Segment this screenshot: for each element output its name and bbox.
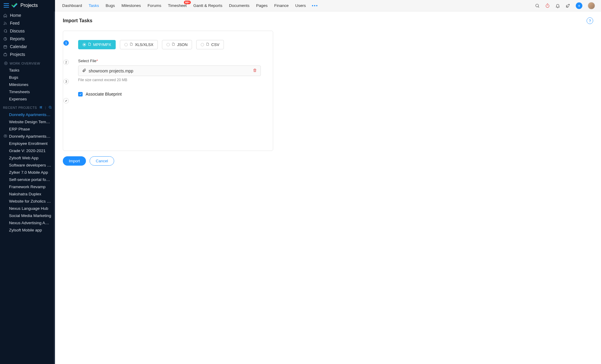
work-overview-section: WORK OVERVIEW	[0, 58, 55, 66]
radio-icon	[201, 43, 204, 46]
topnav-bugs[interactable]: Bugs	[106, 3, 115, 8]
overview-icon	[4, 61, 8, 65]
recent-project-item[interactable]: Donnelly Apartments Construction	[0, 111, 55, 118]
nav-label: Projects	[10, 52, 25, 57]
format-option-csv[interactable]: CSV	[196, 40, 224, 49]
filter-icon[interactable]	[39, 106, 43, 110]
topnav-timesheet[interactable]: Timesheet99+	[168, 3, 187, 8]
sidebar-item-tasks[interactable]: Tasks	[0, 66, 55, 74]
nav-reports[interactable]: Reports	[0, 35, 55, 43]
file-input[interactable]: showroom projects.mpp	[78, 66, 261, 76]
recent-project-item[interactable]: Zylker 7.0 Mobile App	[0, 169, 55, 176]
projects-logo-icon	[11, 2, 18, 9]
topnav-milestones[interactable]: Milestones	[121, 3, 141, 8]
nav-discuss[interactable]: Discuss	[0, 27, 55, 35]
svg-point-9	[49, 106, 51, 108]
calendar-icon	[3, 45, 7, 49]
step-1[interactable]: 1	[63, 40, 69, 46]
recent-project-item[interactable]: Website Design Templates	[0, 118, 55, 125]
svg-point-4	[4, 62, 7, 65]
format-label: XLS/XLSX	[135, 42, 153, 47]
topnav-finance[interactable]: Finance	[274, 3, 289, 8]
recent-project-item[interactable]: Software developers recruitment	[0, 161, 55, 169]
nav-feed[interactable]: Feed	[0, 19, 55, 27]
recent-project-item[interactable]: Grade V: 2020-2021	[0, 147, 55, 154]
topnav-forums[interactable]: Forums	[148, 3, 161, 8]
recent-project-item[interactable]: Zylsoft Mobile app	[0, 226, 55, 234]
import-card: MPP/MPXXLS/XLSXJSONCSV Select File* show…	[63, 31, 273, 151]
svg-point-8	[41, 108, 42, 109]
format-label: MPP/MPX	[93, 42, 111, 47]
step-2[interactable]: 2	[63, 60, 69, 65]
help-button[interactable]: ?	[587, 17, 593, 24]
wizard-steps: 1 2 3	[63, 31, 69, 166]
recent-project-item[interactable]: Zylsoft Web App	[0, 154, 55, 161]
sidebar-scrollbar[interactable]	[54, 11, 55, 364]
topnav-tasks[interactable]: Tasks	[89, 3, 99, 8]
associate-blueprint-checkbox[interactable]	[78, 92, 83, 96]
tools-icon[interactable]	[566, 3, 570, 8]
recent-projects-section: RECENT PROJECTS |	[0, 102, 55, 111]
topnav-dashboard[interactable]: Dashboard	[62, 3, 82, 8]
svg-point-7	[41, 107, 41, 108]
sidebar-item-expenses[interactable]: Expenses	[0, 95, 55, 102]
recent-project-item[interactable]: Social Media Marketing	[0, 212, 55, 219]
delete-file-icon[interactable]	[253, 68, 257, 73]
recent-project-item[interactable]: Nexus Language Hub	[0, 205, 55, 212]
top-nav: DashboardTasksBugsMilestonesForumsTimesh…	[62, 3, 306, 8]
cancel-button[interactable]: Cancel	[90, 156, 114, 166]
file-icon	[88, 42, 91, 47]
brand-name: Projects	[20, 3, 38, 8]
recent-project-item[interactable]: Donnelly Apartments Construction	[0, 133, 55, 140]
svg-point-6	[41, 106, 42, 107]
home-icon	[3, 14, 7, 17]
recent-project-item[interactable]: Nexus Advertising Agency	[0, 219, 55, 226]
sidebar-item-timesheets[interactable]: Timesheets	[0, 88, 55, 95]
svg-rect-3	[4, 54, 7, 56]
timer-icon[interactable]	[545, 3, 550, 8]
svg-point-11	[536, 4, 538, 7]
file-name: showroom projects.mpp	[89, 69, 250, 73]
badge: 99+	[184, 1, 191, 4]
nav-projects[interactable]: Projects	[0, 50, 55, 58]
content: Import Tasks ? 1 2 3 MPP/MPXXLS/XLSXJSON…	[55, 11, 601, 172]
topnav-pages[interactable]: Pages	[256, 3, 267, 8]
attachment-icon	[82, 68, 86, 73]
topnav-gantt-reports[interactable]: Gantt & Reports	[193, 3, 222, 8]
more-menu-icon[interactable]: •••	[312, 3, 318, 8]
format-option-json[interactable]: JSON	[162, 40, 192, 49]
search-icon[interactable]	[48, 106, 52, 110]
recent-project-item[interactable]: Website for Zoholics event	[0, 197, 55, 205]
nav-calendar[interactable]: Calendar	[0, 43, 55, 50]
bell-icon[interactable]	[555, 3, 560, 8]
file-icon	[130, 42, 133, 47]
topnav-documents[interactable]: Documents	[229, 3, 249, 8]
topbar: DashboardTasksBugsMilestonesForumsTimesh…	[55, 0, 601, 11]
svg-point-5	[5, 63, 6, 64]
step-final[interactable]	[63, 98, 69, 103]
add-button[interactable]: +	[576, 2, 582, 9]
menu-icon[interactable]	[4, 3, 9, 8]
sidebar-item-bugs[interactable]: Bugs	[0, 74, 55, 81]
file-hint: File size cannot exceed 20 MB	[78, 78, 261, 82]
nav-home[interactable]: Home	[0, 11, 55, 19]
recent-project-item[interactable]: ERP Phase	[0, 125, 55, 133]
sidebar-item-milestones[interactable]: Milestones	[0, 81, 55, 88]
reports-icon	[3, 37, 7, 41]
format-option-mpp-mpx[interactable]: MPP/MPX	[78, 40, 116, 49]
page-title: Import Tasks	[63, 18, 92, 23]
nav-label: Discuss	[10, 29, 25, 33]
recent-project-item[interactable]: Framework Revamp	[0, 183, 55, 190]
user-avatar[interactable]	[588, 2, 595, 9]
recent-project-item[interactable]: Self-service portal for Zylker	[0, 176, 55, 183]
associate-blueprint-label: Associate Blueprint	[86, 92, 122, 96]
format-option-xls-xlsx[interactable]: XLS/XLSX	[120, 40, 158, 49]
topnav-users[interactable]: Users	[295, 3, 306, 8]
recent-project-item[interactable]: Employee Enrollment	[0, 140, 55, 147]
discuss-icon	[3, 29, 7, 33]
radio-icon	[83, 43, 86, 46]
search-icon[interactable]	[535, 3, 540, 8]
step-3[interactable]: 3	[63, 79, 69, 84]
recent-project-item[interactable]: Nakshatra Duplex	[0, 190, 55, 197]
radio-icon	[166, 43, 170, 46]
